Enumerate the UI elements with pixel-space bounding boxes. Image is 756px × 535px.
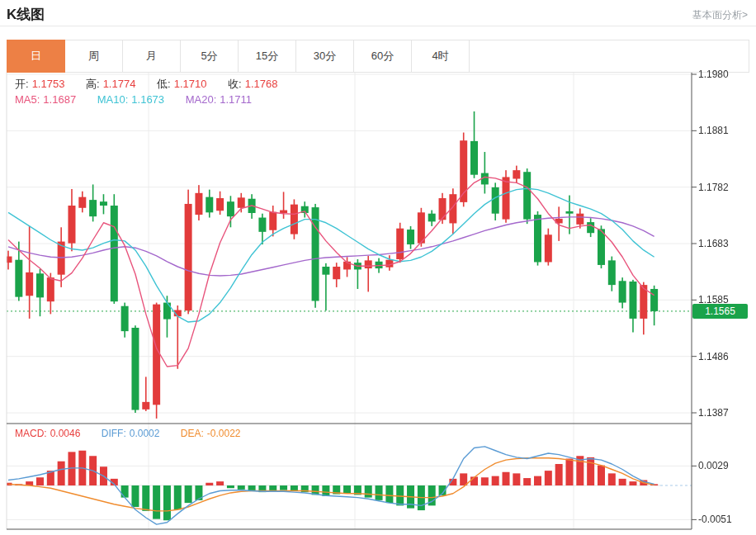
macd-tick-1: 0.0029 (698, 460, 729, 471)
ma10-label: MA10: (97, 93, 129, 106)
diff-label: DIFF: (102, 428, 126, 439)
header-divider (0, 26, 756, 26)
price-tick-1: 1.1980 (698, 69, 729, 80)
close-value: 1.1768 (245, 78, 278, 90)
price-tick-6: 1.1486 (698, 351, 729, 362)
current-price-badge: 1.1565 (692, 304, 748, 319)
high-label: 高: (86, 78, 100, 90)
close-label: 收: (228, 78, 242, 90)
dea-label: DEA: (181, 428, 204, 439)
ma20-label: MA20: (186, 93, 217, 106)
fundamental-analysis-link[interactable]: 基本面分析> (692, 8, 748, 22)
tab-week[interactable]: 周 (65, 40, 123, 72)
tab-5min[interactable]: 5分 (181, 40, 239, 72)
macd-tick-2: -0.0051 (698, 514, 732, 525)
tab-60min[interactable]: 60分 (354, 40, 412, 72)
kline-page: K线图 基本面分析> 日 周 月 5分 15分 30分 60分 4时 开:1.1… (0, 0, 756, 535)
open-value: 1.1753 (32, 78, 65, 90)
tabbar-filler (470, 40, 749, 72)
dea-value: -0.0022 (207, 428, 241, 439)
ma-legend: MA5:1.1687 MA10:1.1673 MA20:1.1711 (15, 93, 255, 106)
ma5-label: MA5: (15, 93, 40, 106)
price-tick-7: 1.1387 (698, 407, 729, 419)
tab-15min[interactable]: 15分 (239, 40, 296, 72)
tab-30min[interactable]: 30分 (296, 40, 354, 72)
macd-label: MACD: (15, 428, 47, 439)
price-tick-2: 1.1881 (698, 125, 729, 136)
macd-value: 0.0046 (50, 428, 81, 439)
open-label: 开: (15, 78, 29, 90)
tab-day[interactable]: 日 (7, 40, 65, 73)
ma10-value: 1.1673 (131, 93, 164, 106)
ohlc-legend: 开:1.1753 高:1.1774 低:1.1710 收:1.1768 (15, 77, 281, 92)
low-value: 1.1710 (174, 78, 207, 90)
price-tick-3: 1.1782 (698, 182, 729, 193)
low-label: 低: (157, 78, 171, 90)
macd-legend: MACD:0.0046 DIFF:0.0002 DEA:-0.0022 (15, 428, 243, 439)
ma5-value: 1.1687 (43, 93, 76, 106)
ma20-value: 1.1711 (220, 93, 252, 106)
period-tabbar: 日 周 月 5分 15分 30分 60分 4时 (7, 40, 749, 73)
high-value: 1.1774 (103, 78, 136, 90)
price-tick-4: 1.1683 (698, 238, 729, 249)
diff-value: 0.0002 (130, 428, 160, 439)
tab-4hour[interactable]: 4时 (412, 40, 470, 72)
page-title: K线图 (7, 5, 45, 24)
tab-month[interactable]: 月 (123, 40, 181, 72)
